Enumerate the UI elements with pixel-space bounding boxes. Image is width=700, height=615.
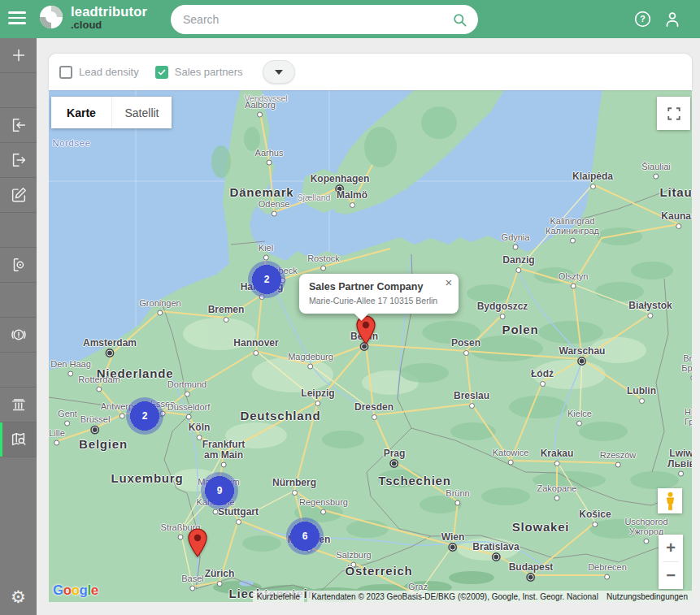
eye-icon bbox=[10, 256, 28, 274]
strassburg-pin[interactable] bbox=[188, 528, 207, 561]
map-attribution: Kurzbefehle Kartendaten © 2023 GeoBasis-… bbox=[253, 591, 692, 602]
brand-logo: leadtributor .cloud bbox=[39, 5, 147, 30]
gear-icon: ⚙ bbox=[11, 589, 26, 606]
sidebar-item-alerts[interactable] bbox=[0, 318, 37, 353]
fullscreen-button[interactable] bbox=[657, 97, 690, 130]
info-window: Sales Partner Company Marie-Curie-Allee … bbox=[299, 274, 459, 314]
zoom-out-button[interactable]: − bbox=[659, 562, 683, 589]
help-icon[interactable]: ? bbox=[633, 10, 652, 28]
map-data-text: Kartendaten © 2023 GeoBasis-DE/BKG (©200… bbox=[307, 591, 602, 602]
lead-density-label: Lead density bbox=[79, 66, 139, 78]
fullscreen-icon bbox=[667, 106, 681, 121]
main-content: Lead density Sales partners bbox=[37, 38, 700, 615]
sales-partners-label: Sales partners bbox=[175, 66, 243, 78]
sidebar-spacer bbox=[0, 457, 37, 580]
header-actions: ? bbox=[633, 0, 682, 38]
sidebar-item-partner-map[interactable] bbox=[0, 422, 37, 457]
pegman-button[interactable] bbox=[658, 488, 682, 513]
search-icon[interactable] bbox=[452, 12, 467, 28]
sidebar-item-companies[interactable] bbox=[0, 388, 37, 422]
sidebar-item-empty-1 bbox=[0, 73, 37, 108]
lead-density-filter[interactable]: Lead density bbox=[59, 66, 139, 79]
sidebar-item-leads-out[interactable] bbox=[0, 143, 37, 178]
user-icon[interactable] bbox=[663, 10, 682, 29]
leadtributor-logo-icon bbox=[39, 5, 63, 29]
search-bar bbox=[171, 5, 478, 34]
filter-bar: Lead density Sales partners bbox=[49, 54, 692, 90]
map-search-icon bbox=[10, 431, 28, 448]
filter-dropdown-button[interactable] bbox=[263, 60, 295, 84]
map-type-control: Karte Satellit bbox=[51, 97, 172, 128]
brand-suffix: .cloud bbox=[71, 19, 147, 30]
top-header: leadtributor .cloud ? bbox=[0, 0, 700, 38]
keyboard-shortcuts-link[interactable]: Kurzbefehle bbox=[253, 591, 304, 602]
import-icon bbox=[10, 116, 28, 134]
lead-density-checkbox[interactable] bbox=[59, 66, 72, 79]
export-icon bbox=[10, 151, 28, 169]
sidebar: ⚙ bbox=[0, 38, 37, 615]
cluster-marker[interactable]: 6 bbox=[286, 518, 324, 555]
search-input[interactable] bbox=[181, 12, 452, 27]
sidebar-item-add[interactable] bbox=[0, 38, 37, 73]
sidebar-item-edit[interactable] bbox=[0, 178, 37, 213]
cluster-marker[interactable]: 2 bbox=[248, 261, 285, 298]
sales-partners-checkbox[interactable] bbox=[155, 66, 168, 79]
zoom-in-button[interactable]: + bbox=[659, 535, 683, 561]
sidebar-item-empty-4 bbox=[0, 353, 37, 388]
close-icon[interactable]: × bbox=[445, 276, 452, 288]
app-window: leadtributor .cloud ? bbox=[0, 0, 700, 615]
brand-name: leadtributor bbox=[71, 5, 147, 19]
map-canvas[interactable]: NordseeVendsysselAalborgAarhusDänemarkSj… bbox=[49, 90, 692, 602]
berlin-pin[interactable] bbox=[356, 315, 376, 348]
plus-icon bbox=[10, 46, 28, 64]
cluster-marker[interactable]: 9 bbox=[201, 472, 238, 509]
google-logo[interactable]: Google bbox=[53, 583, 98, 599]
info-window-address: Marie-Curie-Allee 17 10315 Berlin bbox=[309, 296, 437, 305]
info-window-title: Sales Partner Company bbox=[309, 281, 437, 292]
pegman-icon bbox=[664, 492, 676, 511]
sidebar-item-leads-in[interactable] bbox=[0, 108, 37, 143]
tab-map[interactable]: Karte bbox=[51, 97, 111, 128]
chevron-down-icon bbox=[275, 70, 283, 75]
terms-link[interactable]: Nutzungsbedingungen bbox=[602, 591, 692, 602]
sidebar-item-review[interactable] bbox=[0, 248, 37, 283]
bank-icon bbox=[10, 396, 28, 414]
sales-partners-filter[interactable]: Sales partners bbox=[155, 66, 243, 79]
menu-icon[interactable] bbox=[8, 11, 26, 27]
sidebar-item-settings[interactable]: ⚙ bbox=[0, 580, 37, 615]
alert-icon bbox=[10, 326, 28, 344]
cluster-marker[interactable]: 2 bbox=[126, 397, 163, 435]
sidebar-item-empty-2 bbox=[0, 213, 37, 248]
svg-text:?: ? bbox=[640, 14, 645, 24]
tab-satellite[interactable]: Satellit bbox=[111, 97, 172, 128]
edit-icon bbox=[10, 186, 28, 204]
zoom-control: + − bbox=[659, 535, 683, 589]
sidebar-item-empty-3 bbox=[0, 283, 37, 318]
